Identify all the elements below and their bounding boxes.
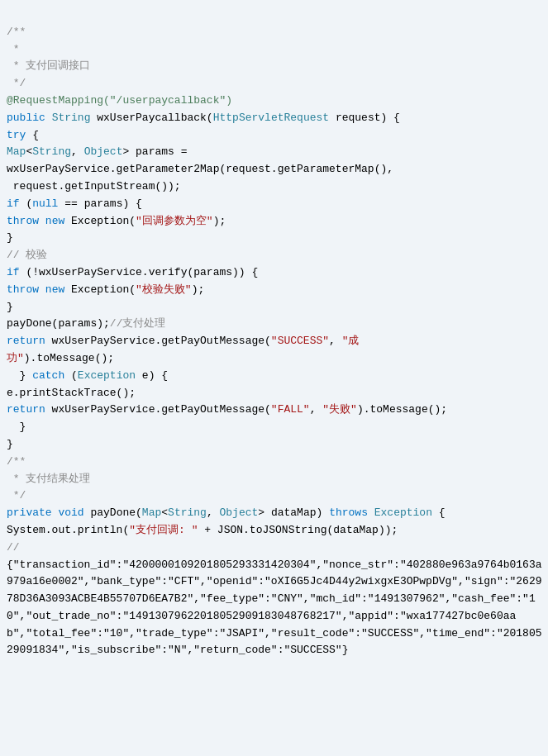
line-sysout: System.out.println("支付回调: " + JSON.toJSO…: [7, 524, 398, 536]
line-printstacktrace: e.printStackTrace();: [7, 387, 136, 399]
code-container: /** * * 支付回调接口 */ @RequestMapping("/user…: [0, 0, 548, 756]
line-brace-2: }: [7, 301, 13, 313]
line-brace-method-end: }: [7, 438, 13, 450]
line-try: try: [7, 129, 26, 141]
line-annotation: @RequestMapping("/userpaycallback"): [7, 94, 232, 107]
line-map-decl: Map<String, Object> params =: [7, 145, 187, 158]
line-throw-2: throw new Exception("校验失败");: [7, 283, 204, 296]
line-return-success-2: 功": [7, 352, 24, 364]
code-block: /** * * 支付回调接口 */ @RequestMapping("/user…: [7, 7, 545, 677]
line-get-stream: request.getInputStream());: [7, 180, 181, 193]
line-paydone: payDone(params);//支付处理: [7, 317, 165, 330]
line-return-fall: return wxUserPayService.getPayOutMessage…: [7, 403, 447, 416]
line-if-null: if (null == params) {: [7, 197, 142, 210]
line-comment-json: //: [7, 541, 20, 554]
line-comment-verify: // 校验: [7, 249, 47, 261]
line-method-sig: public String wxUserPaycallback(HttpServ…: [7, 112, 400, 124]
line-brace-1: }: [7, 231, 13, 244]
line-get-params: wxUserPayService.getParameter2Map(reques…: [7, 163, 393, 175]
line-comment-paydone-1: /**: [7, 455, 26, 468]
line-comment-3: * 支付回调接口: [7, 59, 90, 72]
line-comment-4: */: [7, 77, 26, 89]
line-return-success-1: return wxUserPayService.getPayOutMessage…: [7, 335, 360, 347]
line-paydone-sig: private void payDone(Map<String, Object>…: [7, 506, 446, 519]
line-json-data: {"transaction_id":"420000010920180529333…: [7, 559, 542, 657]
line-catch: } catch (Exception e) {: [7, 369, 168, 382]
line-comment-paydone-2: * 支付结果处理: [7, 473, 90, 485]
line-comment-paydone-3: */: [7, 489, 26, 502]
line-throw-1: throw new Exception("回调参数为空");: [7, 215, 226, 227]
line-comment-2: *: [7, 43, 20, 55]
line-brace-catch-end: }: [7, 421, 26, 433]
line-if-verify: if (!wxUserPayService.verify(params)) {: [7, 266, 258, 278]
line-comment-1: /**: [7, 26, 26, 38]
